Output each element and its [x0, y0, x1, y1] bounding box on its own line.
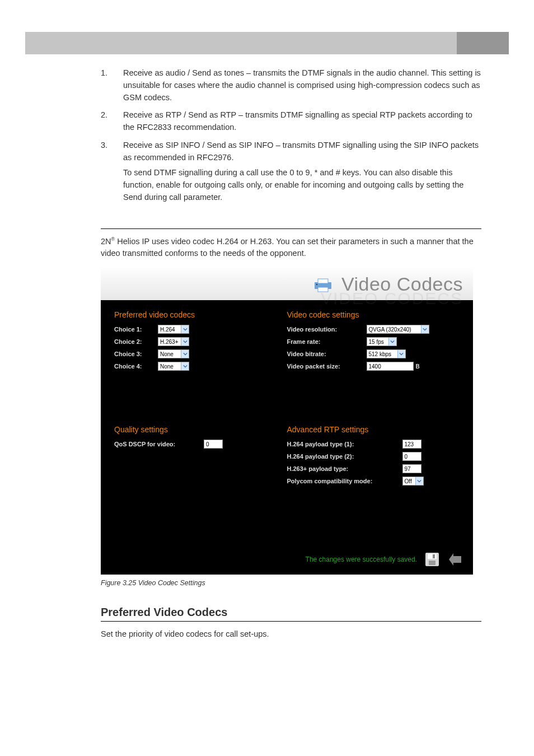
h263-payload-input[interactable]: 97 — [402, 464, 421, 473]
polycom-mode-label: Polycom compatibility mode: — [287, 478, 402, 484]
qos-dscp-input[interactable]: 0 — [204, 440, 223, 449]
chevron-down-icon — [181, 362, 189, 370]
section-heading: Video codec settings — [287, 310, 460, 319]
panel-header: Video Codecs VIDEO CODECS — [101, 268, 473, 300]
header-bar-accent — [457, 32, 509, 54]
subsection-paragraph: Set the priority of video codecs for cal… — [101, 629, 481, 638]
select-value: H.264 — [160, 326, 175, 333]
list-number: 1. — [101, 67, 123, 104]
choice-label: Choice 2: — [114, 338, 158, 345]
quality-settings-section: Quality settings QoS DSCP for video: 0 — [114, 425, 287, 528]
save-icon[interactable] — [424, 551, 441, 568]
bitrate-label: Video bitrate: — [287, 351, 367, 357]
framerate-label: Frame rate: — [287, 338, 367, 345]
preferred-codecs-section: Preferred video codecs Choice 1: H.264 C… — [114, 310, 287, 413]
printer-icon — [313, 277, 332, 293]
section-heading: Advanced RTP settings — [287, 425, 460, 434]
svg-point-3 — [316, 283, 317, 284]
choice-label: Choice 3: — [114, 351, 158, 357]
bitrate-select[interactable]: 512 kbps — [367, 349, 406, 358]
h264-payload-1-input[interactable]: 123 — [402, 440, 421, 449]
panel-footer: The changes were succesfully saved. — [101, 547, 473, 575]
chevron-down-icon — [181, 350, 189, 358]
packet-size-input[interactable]: 1400 — [367, 362, 414, 371]
list-subtext: To send DTMF signalling during a call us… — [123, 167, 481, 203]
input-value: 1400 — [369, 363, 381, 370]
choice-2-select[interactable]: H.263+ — [158, 337, 189, 346]
panel-title-text: Video Codecs — [341, 273, 463, 295]
section-heading: Quality settings — [114, 425, 287, 434]
video-codec-settings-section: Video codec settings Video resolution: Q… — [287, 310, 460, 413]
h264-payload-2-label: H.264 payload type (2): — [287, 453, 402, 460]
intro-paragraph: 2N® Helios IP uses video codec H.264 or … — [101, 236, 481, 260]
choice-1-select[interactable]: H.264 — [158, 325, 189, 334]
select-value: None — [160, 351, 174, 357]
section-divider — [101, 228, 481, 229]
select-value: H.263+ — [160, 339, 179, 345]
intro-text: Helios IP uses video codec H.264 or H.26… — [101, 237, 474, 258]
select-value: Off — [405, 478, 412, 484]
input-value: 0 — [405, 454, 408, 460]
chevron-down-icon — [181, 338, 189, 346]
numbered-list: 1. Receive as audio / Send as tones – tr… — [101, 67, 481, 204]
select-value: 512 kbps — [369, 351, 392, 357]
figure-caption: Figure 3.25 Video Codec Settings — [101, 579, 481, 587]
choice-4-select[interactable]: None — [158, 362, 189, 371]
svg-rect-5 — [428, 554, 437, 559]
select-value: None — [160, 363, 174, 370]
choice-label: Choice 1: — [114, 326, 158, 333]
save-status-text: The changes were succesfully saved. — [306, 556, 417, 563]
list-text: Receive as SIP INFO / Send as SIP INFO –… — [123, 139, 481, 164]
qos-dscp-label: QoS DSCP for video: — [114, 441, 204, 447]
h264-payload-1-label: H.264 payload type (1): — [287, 441, 402, 447]
subsection-heading-bar: Preferred Video Codecs — [101, 606, 481, 622]
framerate-select[interactable]: 15 fps — [367, 337, 397, 346]
packet-size-label: Video packet size: — [287, 363, 367, 370]
header-bar — [25, 32, 509, 54]
h263-payload-label: H.263+ payload type: — [287, 465, 402, 472]
packet-size-unit: B — [416, 363, 420, 370]
choice-label: Choice 4: — [114, 363, 158, 370]
list-text: Receive as audio / Send as tones – trans… — [123, 67, 481, 104]
chevron-down-icon — [421, 325, 429, 333]
select-value: 15 fps — [369, 339, 384, 345]
chevron-down-icon — [388, 338, 396, 346]
video-codecs-panel: Video Codecs VIDEO CODECS Preferred vide… — [101, 268, 473, 575]
input-value: 123 — [405, 441, 414, 447]
back-arrow-icon[interactable] — [447, 551, 464, 568]
h264-payload-2-input[interactable]: 0 — [402, 452, 421, 461]
list-number: 3. — [101, 139, 123, 164]
choice-3-select[interactable]: None — [158, 349, 189, 358]
chevron-down-icon — [415, 477, 423, 485]
list-text: Receive as RTP / Send as RTP – transmits… — [123, 109, 481, 134]
subsection-heading: Preferred Video Codecs — [101, 606, 481, 619]
advanced-rtp-section: Advanced RTP settings H.264 payload type… — [287, 425, 460, 528]
svg-rect-6 — [429, 561, 435, 565]
input-value: 97 — [405, 466, 411, 472]
svg-rect-1 — [318, 279, 328, 283]
chevron-down-icon — [181, 325, 189, 333]
polycom-mode-select[interactable]: Off — [402, 477, 424, 486]
chevron-down-icon — [397, 350, 405, 358]
resolution-select[interactable]: QVGA (320x240) — [367, 325, 429, 334]
svg-rect-7 — [433, 554, 435, 558]
select-value: QVGA (320x240) — [369, 326, 411, 333]
svg-rect-2 — [318, 287, 328, 292]
list-number: 2. — [101, 109, 123, 134]
input-value: 0 — [206, 441, 209, 447]
brand-text: 2N — [101, 237, 111, 246]
resolution-label: Video resolution: — [287, 326, 367, 333]
section-heading: Preferred video codecs — [114, 310, 287, 319]
